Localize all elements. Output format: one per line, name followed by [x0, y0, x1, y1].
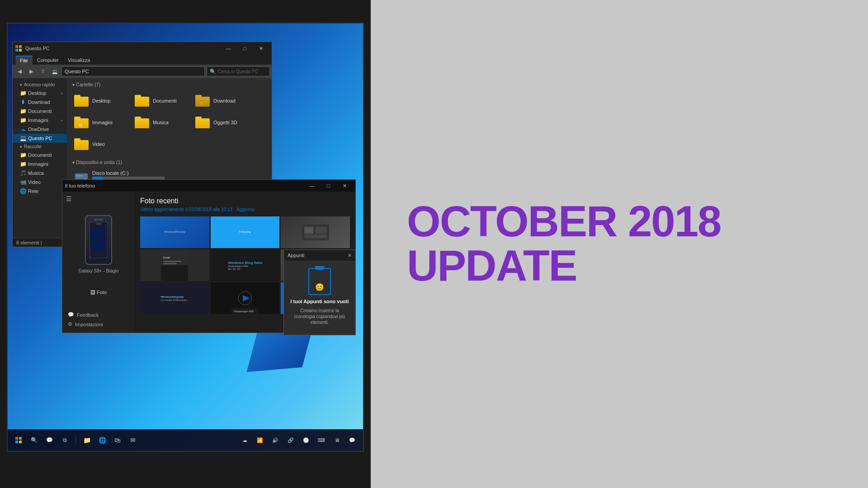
window-controls[interactable]: — □ ✕	[220, 42, 269, 55]
sidebar-item-raccolte-immagini[interactable]: 📁 Immagini	[13, 160, 67, 169]
phone-maximize-button[interactable]: □	[320, 179, 336, 192]
sidebar-item-desktop[interactable]: 📁 Desktop ▸	[13, 89, 67, 98]
address-bar-row: ◀ ▶ ⇧ 💻 Questo PC 🔍 Cerca in Questo PC	[13, 65, 272, 78]
clock-taskbar[interactable]: 🕐	[300, 434, 312, 446]
network-taskbar[interactable]: 📶	[254, 434, 266, 446]
clipboard-title: Appunti	[288, 253, 304, 258]
sidebar-item-raccolte-documenti[interactable]: 📁 Documenti	[13, 150, 67, 160]
sidebar-item-accesso-rapido[interactable]: ▾ Accesso rapido	[13, 81, 67, 89]
address-bar[interactable]: Questo PC	[61, 66, 205, 76]
phone-sidebar: ☰ Galaxy S9+ - Biagio 🖼 Foto	[62, 192, 135, 333]
edge-taskbar[interactable]: 🌐	[96, 434, 108, 446]
link-taskbar[interactable]: 🔗	[284, 434, 297, 446]
close-button[interactable]: ✕	[253, 42, 269, 55]
folder-oggetti3d[interactable]: Oggetti 3D	[192, 113, 250, 132]
sidebar-item-raccolte[interactable]: ▾ Raccolte	[13, 143, 67, 150]
folder-icon-3: 📁	[20, 117, 26, 123]
ribbon-tabs[interactable]: File Computer Visualizza	[13, 55, 272, 65]
sidebar-item-video[interactable]: 📹 Video	[13, 178, 67, 187]
taskbar-separator	[75, 436, 76, 445]
foto-icon: 🖼	[90, 290, 95, 295]
keyboard-taskbar[interactable]: ⌨	[315, 434, 328, 446]
photo-cell-2[interactable]: Following	[211, 216, 280, 248]
home-icon[interactable]: 💻	[50, 66, 60, 76]
settings-label: Impostazioni	[75, 322, 103, 327]
phone-settings-item[interactable]: ⚙ Impostazioni	[66, 319, 131, 329]
mail-taskbar[interactable]: ✉	[127, 434, 139, 446]
hamburger-menu-icon[interactable]: ☰	[66, 195, 72, 202]
store-taskbar[interactable]: 🛍	[111, 434, 124, 446]
folder-documenti[interactable]: Documenti	[131, 91, 190, 111]
search-icon: 🔍	[210, 69, 216, 75]
feedback-icon: 💬	[68, 312, 74, 318]
folder-download[interactable]: ⬇ Download	[192, 91, 250, 111]
sidebar-label-desktop: Desktop	[28, 90, 46, 96]
photo-cell-8[interactable]: Snapdragon 850	[211, 282, 280, 314]
folder-musica[interactable]: Musica	[131, 113, 190, 132]
sidebar-item-documenti[interactable]: 📁 Documenti	[13, 107, 67, 116]
tab-computer[interactable]: Computer	[33, 56, 63, 65]
task-view-button[interactable]: ⧉	[58, 434, 71, 446]
phone-close-button[interactable]: ✕	[336, 179, 353, 192]
folders-section-header: ▾ Cartelle (7)	[71, 82, 268, 87]
minimize-button[interactable]: —	[220, 42, 236, 55]
phone-window-controls[interactable]: — □ ✕	[304, 179, 353, 192]
tab-file[interactable]: File	[15, 56, 33, 65]
folder-icon-4: 📁	[20, 152, 26, 158]
sidebar-item-immagini[interactable]: 📁 Immagini ▸	[13, 116, 67, 125]
sidebar-label-questo-pc: Questo PC	[28, 136, 52, 141]
tab-visualizza[interactable]: Visualizza	[63, 56, 94, 65]
clipboard-close-button[interactable]: ✕	[348, 253, 352, 258]
phone-feedback-item[interactable]: 💬 Feedback	[66, 310, 131, 319]
file-explorer-taskbar[interactable]: 📁	[80, 434, 93, 446]
cortana-button[interactable]: 💬	[43, 434, 56, 446]
start-button[interactable]	[12, 434, 25, 446]
folder-video[interactable]: Video	[71, 134, 129, 154]
devices-section-header: ▾ Dispositivi e unità (1)	[71, 160, 268, 165]
photo-cell-7[interactable]: Windowsblogtalia La novità di Microsoft.…	[140, 282, 209, 314]
search-bar[interactable]: 🔍 Cerca in Questo PC	[207, 66, 270, 76]
feedback-label: Feedback	[77, 312, 99, 318]
update-link[interactable]: Aggiorna	[236, 207, 255, 212]
photo-cell-1[interactable]: WindowsBloItalia	[140, 216, 209, 248]
sidebar-item-musica[interactable]: 🎵 Musica	[13, 169, 67, 178]
promo-line1: OCTOBER 2018	[407, 200, 721, 243]
phone-foto-item[interactable]: 🖼 Foto	[90, 290, 107, 295]
sidebar-item-download[interactable]: ⬇ Download	[13, 98, 67, 107]
sidebar-label-accesso-rapido: Accesso rapido	[24, 82, 55, 87]
clipboard-window[interactable]: Appunti ✕ 😊 I tuoi Appunti sono vuoti Cr…	[283, 249, 356, 335]
phone-minimize-button[interactable]: —	[304, 179, 320, 192]
maximize-button[interactable]: □	[236, 42, 253, 55]
sidebar-item-rete[interactable]: 🌐 Rete	[13, 187, 67, 196]
folder-oggetti3d-label: Oggetti 3D	[213, 120, 237, 125]
clipboard-smile-icon: 😊	[315, 283, 324, 291]
notification-button[interactable]: 💬	[346, 434, 359, 446]
forward-button[interactable]: ▶	[26, 66, 36, 76]
folder-musica-label: Musica	[153, 120, 169, 125]
phone-title: Il tuo telefono	[65, 183, 304, 188]
phone-device-name: Galaxy S9+ - Biagio	[79, 268, 119, 273]
svg-rect-5	[92, 226, 105, 251]
taskbar[interactable]: 🔍 💬 ⧉ 📁 🌐 🛍 ✉ ☁ 📶 🔊 🔗 🕐 ⌨ 🖥 💬	[8, 429, 363, 451]
folder-immagini[interactable]: 🖼 Immagini	[71, 113, 129, 132]
sidebar-label-video: Video	[28, 179, 41, 185]
promo-panel: OCTOBER 2018 UPDATE	[371, 173, 868, 316]
onedrive-taskbar[interactable]: ☁	[238, 434, 251, 446]
folder-icon-5: 📁	[20, 161, 26, 167]
sidebar-item-onedrive[interactable]: ☁ OneDrive	[13, 125, 67, 134]
clipboard-body: 😊 I tuoi Appunti sono vuoti Creiamo insi…	[284, 261, 355, 333]
phone-titlebar: Il tuo telefono — □ ✕	[62, 180, 355, 192]
photo-cell-5[interactable]: Windows Blog Italia Snapdragon 850	[211, 249, 280, 281]
folder-desktop[interactable]: Desktop	[71, 91, 129, 111]
explorer-title-text: Questo PC	[25, 46, 220, 51]
photo-cell-3[interactable]	[281, 216, 350, 248]
sidebar-item-questo-pc[interactable]: 💻 Questo PC	[13, 134, 67, 143]
up-button[interactable]: ⇧	[38, 66, 48, 76]
volume-taskbar[interactable]: 🔊	[269, 434, 282, 446]
back-button[interactable]: ◀	[14, 66, 24, 76]
search-taskbar-button[interactable]: 🔍	[28, 434, 40, 446]
desktop-show-button[interactable]: 🖥	[330, 434, 343, 446]
photo-cell-4[interactable]: Email	[140, 249, 209, 281]
explorer-titlebar: Questo PC — □ ✕	[13, 42, 272, 55]
sidebar-label-documenti: Documenti	[28, 108, 52, 114]
